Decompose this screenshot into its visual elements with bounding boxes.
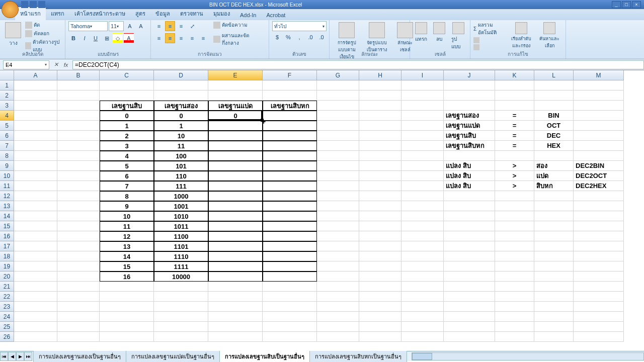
cell[interactable] <box>57 141 100 151</box>
cell[interactable] <box>14 201 57 211</box>
cell[interactable]: 12 <box>100 231 154 241</box>
cell[interactable] <box>14 111 57 121</box>
cell[interactable] <box>57 181 100 191</box>
cell[interactable] <box>57 191 100 201</box>
cell[interactable] <box>495 292 534 302</box>
underline-button[interactable]: U <box>91 33 101 43</box>
cell[interactable] <box>154 302 208 312</box>
orientation-button[interactable]: ⤢ <box>187 21 197 31</box>
cell[interactable]: 10000 <box>154 272 208 282</box>
cell[interactable] <box>359 181 401 191</box>
bold-button[interactable]: B <box>68 33 78 43</box>
cell[interactable] <box>208 191 263 201</box>
cell[interactable] <box>263 161 317 171</box>
cell[interactable]: เลขฐานสิบ <box>444 131 495 141</box>
qat-redo[interactable] <box>38 1 45 8</box>
cell[interactable] <box>14 332 57 342</box>
cell[interactable] <box>57 322 100 332</box>
cell[interactable] <box>208 251 263 261</box>
cell[interactable] <box>444 241 495 251</box>
row-header[interactable]: 25 <box>0 322 14 332</box>
cell[interactable] <box>534 221 574 231</box>
cell[interactable]: 1000 <box>154 191 208 201</box>
cell[interactable]: 0 <box>154 111 208 121</box>
cell[interactable] <box>359 191 401 201</box>
row-header[interactable]: 10 <box>0 171 14 181</box>
row-header[interactable]: 4 <box>0 111 14 121</box>
cell[interactable] <box>401 171 444 181</box>
cell[interactable] <box>534 261 574 272</box>
row-header[interactable]: 14 <box>0 211 14 221</box>
cell[interactable]: แปลง สิบ <box>444 161 495 171</box>
cell[interactable] <box>495 332 534 342</box>
cell[interactable] <box>57 272 100 282</box>
sheet-nav-first[interactable]: ⏮ <box>0 352 8 361</box>
fx-button[interactable]: fx <box>61 60 70 69</box>
cell[interactable] <box>317 111 359 121</box>
cell[interactable] <box>495 231 534 241</box>
cell[interactable] <box>263 211 317 221</box>
cell[interactable] <box>14 171 57 181</box>
cell[interactable]: แปลง สิบ <box>444 171 495 181</box>
cell[interactable] <box>263 292 317 302</box>
qat-save[interactable] <box>21 1 28 8</box>
align-middle-button[interactable]: ≡ <box>165 21 175 31</box>
cell[interactable]: DEC <box>534 131 574 141</box>
cell[interactable] <box>574 292 624 302</box>
cell[interactable] <box>263 191 317 201</box>
cell[interactable]: 8 <box>100 191 154 201</box>
cell[interactable] <box>317 231 359 241</box>
cell[interactable] <box>495 241 534 251</box>
cell[interactable]: 1010 <box>154 211 208 221</box>
cell[interactable]: 15 <box>100 261 154 272</box>
name-box[interactable]: E4▾ <box>3 60 49 69</box>
cell[interactable] <box>263 272 317 282</box>
sheet-tab[interactable]: การแปลงเลขฐานสิบเป็นฐานอื่นๆ <box>219 350 310 362</box>
cell[interactable] <box>534 191 574 201</box>
cell[interactable] <box>444 292 495 302</box>
cell[interactable] <box>359 161 401 171</box>
cell[interactable] <box>574 141 624 151</box>
cell[interactable] <box>208 221 263 231</box>
cell[interactable] <box>495 322 534 332</box>
cell[interactable] <box>57 201 100 211</box>
cell[interactable] <box>444 282 495 292</box>
cell[interactable] <box>208 322 263 332</box>
cell[interactable] <box>359 101 401 111</box>
cell[interactable] <box>263 282 317 292</box>
cell[interactable] <box>57 80 100 90</box>
cell[interactable] <box>263 261 317 272</box>
cell[interactable] <box>444 201 495 211</box>
cell[interactable] <box>401 181 444 191</box>
cell[interactable]: = <box>495 111 534 121</box>
cell[interactable] <box>317 181 359 191</box>
row-header[interactable]: 22 <box>0 292 14 302</box>
cell[interactable] <box>208 211 263 221</box>
cell[interactable] <box>444 90 495 101</box>
cell[interactable] <box>574 312 624 322</box>
ribbon-tab[interactable]: เค้าโครงหน้ากระดาษ <box>69 7 130 20</box>
cancel-formula-button[interactable]: ✕ <box>51 60 60 69</box>
column-header[interactable]: D <box>154 70 208 80</box>
cell[interactable] <box>534 241 574 251</box>
ribbon-tab[interactable]: มุมมอง <box>208 7 235 20</box>
cell[interactable] <box>574 231 624 241</box>
column-header[interactable]: K <box>495 70 534 80</box>
cell[interactable] <box>263 221 317 231</box>
cell[interactable] <box>100 282 154 292</box>
cell[interactable]: > <box>495 171 534 181</box>
cell[interactable] <box>208 282 263 292</box>
cell[interactable] <box>14 211 57 221</box>
cell[interactable]: 2 <box>100 131 154 141</box>
column-header[interactable]: L <box>534 70 574 80</box>
comma-button[interactable]: , <box>294 32 304 42</box>
cell[interactable]: เลขฐานสิบหก <box>263 101 317 111</box>
sheet-nav-last[interactable]: ⏭ <box>24 352 32 361</box>
cell[interactable] <box>208 302 263 312</box>
cell[interactable] <box>317 322 359 332</box>
row-header[interactable]: 15 <box>0 221 14 231</box>
cell[interactable] <box>208 90 263 101</box>
cell[interactable] <box>57 332 100 342</box>
cell[interactable] <box>57 151 100 161</box>
cell[interactable] <box>401 282 444 292</box>
